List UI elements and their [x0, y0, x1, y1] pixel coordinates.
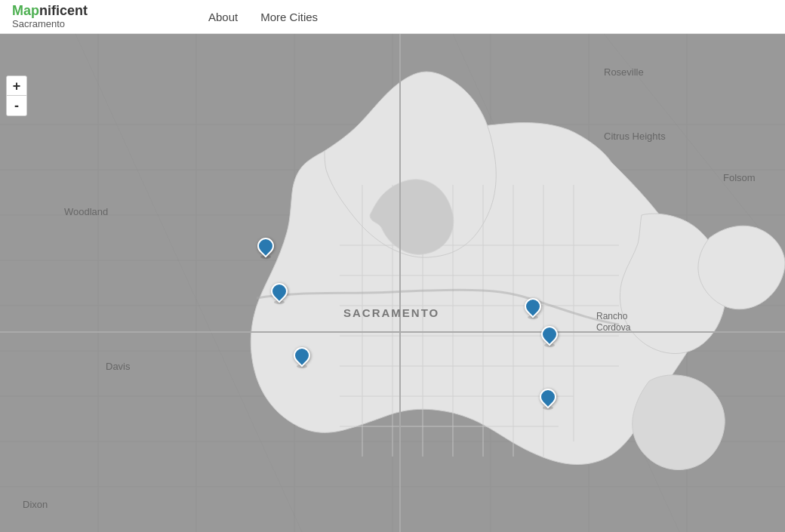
zoom-controls: + -	[6, 75, 27, 116]
label-sacramento: SACRAMENTO	[343, 306, 439, 319]
pin-head-1	[254, 234, 277, 257]
label-roseville: Roseville	[604, 66, 644, 78]
label-dixon: Dixon	[23, 499, 48, 510]
nav-more-cities[interactable]: More Cities	[260, 11, 318, 23]
label-rancho1: Rancho	[596, 311, 628, 321]
map-pin-4[interactable]	[525, 298, 541, 319]
logo[interactable]: Mapnificent Sacramento	[12, 4, 88, 29]
nav: About More Cities	[208, 11, 318, 23]
logo-subtitle: Sacramento	[12, 18, 88, 29]
header: Mapnificent Sacramento About More Cities	[0, 0, 785, 34]
label-rancho2: Cordova	[596, 322, 631, 333]
map-pin-3[interactable]	[294, 347, 310, 368]
pin-head-3	[290, 343, 313, 367]
label-citrus: Citrus Heights	[604, 131, 666, 142]
nav-about[interactable]: About	[208, 11, 238, 23]
map-pin-6[interactable]	[540, 389, 556, 410]
pin-head-6	[536, 385, 559, 408]
map-pin-1[interactable]	[257, 238, 274, 259]
pin-head-4	[521, 294, 544, 318]
logo-map-part: Map	[12, 3, 39, 18]
label-davis: Davis	[106, 361, 131, 372]
map[interactable]: Woodland Davis Dixon Roseville Citrus He…	[0, 34, 785, 532]
map-svg: Woodland Davis Dixon Roseville Citrus He…	[0, 34, 785, 532]
logo-title: Mapnificent	[12, 4, 88, 17]
map-pin-2[interactable]	[271, 283, 288, 304]
pin-head-5	[537, 322, 561, 346]
logo-nificent-part: nificent	[39, 3, 88, 18]
map-pin-5[interactable]	[541, 326, 558, 347]
pin-head-2	[267, 279, 291, 303]
label-folsom: Folsom	[723, 172, 756, 183]
zoom-in-button[interactable]: +	[7, 76, 26, 96]
label-woodland: Woodland	[64, 206, 108, 217]
zoom-out-button[interactable]: -	[7, 96, 26, 115]
